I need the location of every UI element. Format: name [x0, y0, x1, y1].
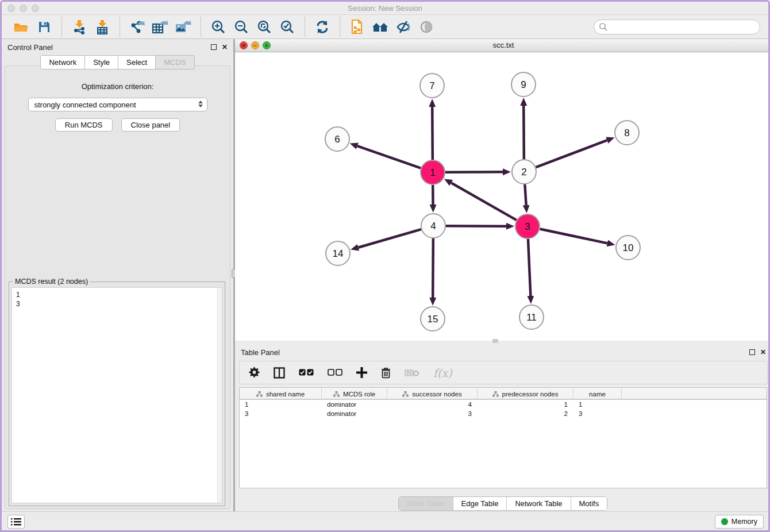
zoom-out-button[interactable] [230, 17, 253, 37]
cell-MCDS-role[interactable]: dominator [322, 400, 387, 409]
control-panel-tabs: NetworkStyleSelectMCDS [2, 55, 233, 70]
import-network-icon [72, 20, 87, 34]
select-all-rows-button[interactable] [299, 369, 314, 376]
search-input[interactable] [594, 20, 760, 34]
task-history-button[interactable] [7, 515, 25, 529]
refresh-icon [315, 20, 330, 34]
edge-4-15[interactable] [433, 238, 433, 298]
function-builder-button[interactable]: f(x) [433, 367, 452, 379]
tab-motifs[interactable]: Motifs [571, 497, 607, 510]
cell-successor-nodes[interactable]: 4 [387, 400, 478, 409]
export-network-icon [129, 20, 145, 34]
column-header-name[interactable]: name [573, 388, 622, 400]
tab-mcds[interactable]: MCDS [156, 55, 194, 70]
edge-2-9[interactable] [523, 106, 524, 159]
node-table[interactable]: shared nameMCDS rolesuccessor nodesprede… [239, 387, 767, 488]
export-network-button[interactable] [126, 17, 149, 37]
apply-style-button[interactable] [392, 17, 415, 37]
mcds-result-list[interactable]: 13 [11, 287, 222, 503]
edge-4-14[interactable] [359, 229, 421, 248]
unselect-all-rows-button[interactable] [328, 369, 342, 376]
toolbar-separator [201, 17, 201, 37]
delete-column-icon [405, 368, 419, 377]
table-row[interactable]: 1dominator411 [240, 400, 767, 409]
run-mcds-button[interactable]: Run MCDS [55, 118, 113, 132]
column-header-shared-name[interactable]: shared name [240, 388, 322, 400]
cell-shared-name[interactable]: 1 [240, 400, 322, 409]
close-panel-icon[interactable]: ✕ [222, 44, 228, 51]
mcds-result-groupbox: MCDS result (2 nodes) 13 [9, 282, 225, 506]
table-settings-button[interactable] [249, 367, 260, 378]
edge-1-6[interactable] [357, 146, 421, 168]
tab-edge-table[interactable]: Edge Table [453, 497, 507, 510]
table-row[interactable]: 3dominator323 [240, 409, 767, 418]
home-view-button[interactable] [369, 17, 392, 37]
network-canvas[interactable]: 1234678910111415 [235, 52, 770, 341]
edge-1-2[interactable] [445, 172, 503, 172]
save-session-button[interactable] [33, 17, 56, 37]
cell-predecessor-nodes[interactable]: 1 [478, 400, 573, 409]
show-hide-graphics-button[interactable] [415, 17, 438, 37]
edge-2-8[interactable] [536, 140, 607, 167]
column-header-successor-nodes[interactable]: successor nodes [387, 388, 478, 400]
toolbar-separator [61, 17, 62, 37]
import-table-button[interactable] [91, 17, 114, 37]
duplicate-network-button[interactable] [346, 17, 369, 37]
table-float-icon[interactable] [749, 349, 755, 355]
toolbar-separator [340, 17, 340, 37]
cell-shared-name[interactable]: 3 [240, 409, 322, 418]
edge-1-7[interactable] [432, 107, 433, 160]
cell-predecessor-nodes[interactable]: 2 [478, 409, 573, 418]
edge-3-1[interactable] [451, 183, 517, 220]
horizontal-splitter-grip[interactable] [492, 339, 498, 343]
memory-button[interactable]: Memory [715, 515, 764, 529]
edge-3-10[interactable] [540, 229, 607, 244]
tab-node-table[interactable]: Node Table [399, 497, 453, 510]
float-panel-icon[interactable] [211, 44, 217, 50]
duplicate-network-icon [350, 19, 365, 35]
zoom-selected-button[interactable] [276, 17, 299, 37]
export-table-button[interactable] [149, 17, 172, 37]
tab-network[interactable]: Network [40, 55, 85, 70]
list-icon [11, 518, 21, 526]
column-header-predecessor-nodes[interactable]: predecessor nodes [478, 388, 573, 400]
criterion-select[interactable]: strongly connected component [28, 98, 207, 111]
node-label-11: 11 [526, 312, 537, 323]
column-header-MCDS-role[interactable]: MCDS role [322, 388, 387, 400]
plus-icon [356, 367, 367, 378]
tab-style[interactable]: Style [85, 55, 118, 70]
delete-rows-button[interactable] [381, 367, 391, 379]
column-label: successor nodes [412, 391, 461, 398]
node-label-6: 6 [334, 134, 340, 145]
close-panel-button[interactable]: Close panel [121, 118, 180, 132]
tab-network-table[interactable]: Network Table [506, 497, 570, 510]
zoom-fit-button[interactable] [253, 17, 276, 37]
edge-2-3[interactable] [525, 184, 526, 205]
cell-name[interactable]: 3 [573, 409, 622, 418]
import-table-icon [95, 20, 110, 34]
export-image-button[interactable] [172, 17, 195, 37]
import-network-button[interactable] [68, 17, 91, 37]
mcds-result-title: MCDS result (2 nodes) [13, 277, 90, 286]
save-icon [37, 20, 51, 34]
delete-column-button[interactable] [405, 368, 419, 377]
sort-hierarchy-icon [402, 391, 409, 397]
sort-hierarchy-icon [333, 391, 340, 397]
table-close-icon[interactable]: ✕ [760, 349, 766, 356]
tab-select[interactable]: Select [118, 55, 156, 70]
result-scrollbar[interactable] [217, 288, 222, 503]
edge-3-11[interactable] [528, 239, 530, 296]
node-label-10: 10 [623, 242, 634, 253]
refresh-layout-button[interactable] [311, 17, 334, 37]
toolbar-separator [120, 17, 120, 37]
show-columns-button[interactable] [274, 367, 285, 379]
trash-icon [381, 367, 391, 379]
cell-name[interactable]: 1 [573, 400, 622, 409]
cell-successor-nodes[interactable]: 3 [387, 409, 478, 418]
open-session-button[interactable] [10, 17, 33, 37]
zoom-fit-icon [257, 20, 272, 34]
edge-4-3[interactable] [446, 226, 506, 226]
zoom-in-button[interactable] [207, 17, 230, 37]
add-row-button[interactable] [356, 367, 367, 378]
cell-MCDS-role[interactable]: dominator [322, 409, 387, 418]
